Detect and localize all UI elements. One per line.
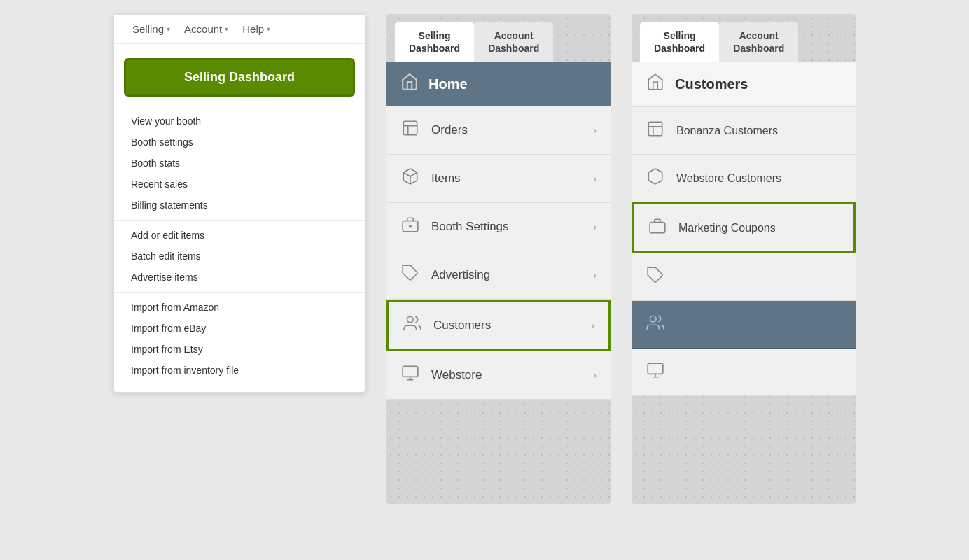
dropdown-item-booth-stats[interactable]: Booth stats: [114, 153, 365, 174]
sub-item-advertising[interactable]: [632, 253, 856, 301]
nav-selling-label: Selling: [132, 23, 164, 35]
sidebar-header-customers: Customers: [632, 62, 856, 107]
orders-label: Orders: [431, 123, 468, 137]
advertising-sub-icon: [646, 266, 665, 288]
nav-selling[interactable]: Selling ▾: [125, 23, 177, 35]
nav-help[interactable]: Help ▾: [235, 23, 277, 35]
customers-dark-icon: [646, 314, 665, 335]
svg-point-17: [650, 316, 656, 323]
svg-rect-15: [650, 223, 665, 233]
dropdown-item-etsy[interactable]: Import from Etsy: [114, 339, 365, 360]
sidebar-item-advertising[interactable]: Advertising ›: [386, 251, 611, 300]
selling-dashboard-button[interactable]: Selling Dashboard: [124, 58, 355, 97]
sidebar-header-customers-label: Customers: [675, 76, 748, 92]
customers-label: Customers: [433, 318, 491, 332]
dropdown-item-add-edit[interactable]: Add or edit items: [114, 225, 365, 246]
dropdown-item-recent-sales[interactable]: Recent sales: [114, 174, 365, 195]
sidebar-tabs-3: Selling Dashboard Account Dashboard: [632, 14, 856, 62]
svg-rect-9: [403, 367, 418, 377]
sub-item-webstore-customers[interactable]: Webstore Customers: [632, 155, 856, 202]
nav-account[interactable]: Account ▾: [177, 23, 235, 35]
svg-rect-0: [403, 122, 417, 136]
customers-chevron: ›: [591, 320, 594, 331]
items-label: Items: [431, 172, 461, 186]
advertising-label: Advertising: [431, 268, 490, 282]
dropdown-item-batch-edit[interactable]: Batch edit items: [114, 246, 365, 267]
nav-selling-chevron: ▾: [167, 25, 170, 33]
sidebar-item-orders[interactable]: Orders ›: [386, 106, 611, 155]
sub-item-bonanza-customers[interactable]: Bonanza Customers: [632, 107, 856, 155]
bonanza-customers-icon: [646, 120, 665, 141]
orders-chevron: ›: [593, 125, 597, 136]
marketing-coupons-icon: [648, 217, 667, 239]
dropdown-body: Selling Dashboard View your booth Booth …: [114, 44, 365, 392]
dropdown-item-view-booth[interactable]: View your booth: [114, 111, 365, 132]
dropdown-group-2: Add or edit items Batch edit items Adver…: [114, 220, 365, 293]
advertising-icon: [400, 264, 420, 286]
marketing-coupons-label: Marketing Coupons: [678, 222, 776, 234]
sub-item-customers-dark[interactable]: [632, 301, 856, 349]
dropdown-group-1: View your booth Booth settings Booth sta…: [114, 106, 365, 220]
dropdown-panel: Selling ▾ Account ▾ Help ▾ Selling Dashb…: [113, 14, 365, 393]
webstore-icon: [400, 364, 420, 386]
panel-2-sidebar: Selling Dashboard Account Dashboard Home: [386, 14, 611, 504]
home-icon: [400, 73, 419, 95]
items-chevron: ›: [593, 173, 597, 184]
sidebar-item-webstore[interactable]: Webstore ›: [386, 351, 611, 400]
advertising-chevron: ›: [593, 270, 597, 281]
dropdown-item-billing[interactable]: Billing statements: [114, 195, 365, 216]
webstore-dark-icon: [646, 361, 665, 383]
svg-rect-18: [648, 364, 663, 374]
booth-settings-label: Booth Settings: [431, 220, 509, 234]
svg-point-8: [407, 317, 413, 323]
tab-selling-dashboard-3[interactable]: Selling Dashboard: [640, 22, 719, 62]
nav-help-label: Help: [242, 23, 264, 35]
dropdown-item-booth-settings[interactable]: Booth settings: [114, 132, 365, 153]
sub-item-marketing-coupons[interactable]: Marketing Coupons: [632, 202, 856, 253]
svg-rect-12: [648, 122, 662, 136]
tab-account-dashboard-3[interactable]: Account Dashboard: [719, 22, 798, 62]
webstore-label: Webstore: [431, 368, 482, 382]
sidebar-item-booth-settings[interactable]: Booth Settings ›: [386, 203, 611, 251]
dropdown-item-advertise[interactable]: Advertise items: [114, 267, 365, 288]
sidebar-item-items[interactable]: Items ›: [386, 155, 611, 203]
nav-account-chevron: ▾: [225, 25, 228, 33]
tab-selling-dashboard-2[interactable]: Selling Dashboard: [395, 22, 474, 62]
sidebar-tabs-2: Selling Dashboard Account Dashboard: [386, 14, 611, 62]
webstore-customers-label: Webstore Customers: [676, 172, 781, 185]
dropdown-item-ebay[interactable]: Import from eBay: [114, 318, 365, 339]
bonanza-customers-label: Bonanza Customers: [676, 125, 778, 137]
nav-bar: Selling ▾ Account ▾ Help ▾: [114, 15, 365, 44]
sidebar-header-home: Home: [386, 62, 611, 106]
webstore-chevron: ›: [593, 370, 597, 381]
sidebar-content-3: Customers Bonanza Customers Webstore Cus…: [632, 62, 856, 396]
dropdown-group-3: Import from Amazon Import from eBay Impo…: [114, 293, 365, 385]
booth-chevron: ›: [593, 221, 597, 232]
dropdown-item-inventory[interactable]: Import from inventory file: [114, 360, 365, 381]
sidebar-content-2: Home Orders ›: [386, 62, 611, 400]
items-icon: [400, 167, 420, 190]
customers-icon: [403, 314, 422, 337]
nav-account-label: Account: [184, 23, 222, 35]
nav-help-chevron: ▾: [267, 25, 270, 33]
sidebar-header-label: Home: [428, 76, 468, 92]
sidebar-item-customers[interactable]: Customers ›: [386, 300, 611, 351]
dropdown-item-amazon[interactable]: Import from Amazon: [114, 297, 365, 318]
orders-icon: [400, 119, 420, 141]
booth-icon: [400, 216, 420, 238]
tab-account-dashboard-2[interactable]: Account Dashboard: [474, 22, 553, 62]
webstore-customers-icon: [646, 167, 665, 189]
panel-3-sidebar: Selling Dashboard Account Dashboard Cust…: [632, 14, 856, 504]
customers-header-icon: [646, 73, 665, 95]
sub-item-webstore-dark[interactable]: [632, 349, 856, 396]
